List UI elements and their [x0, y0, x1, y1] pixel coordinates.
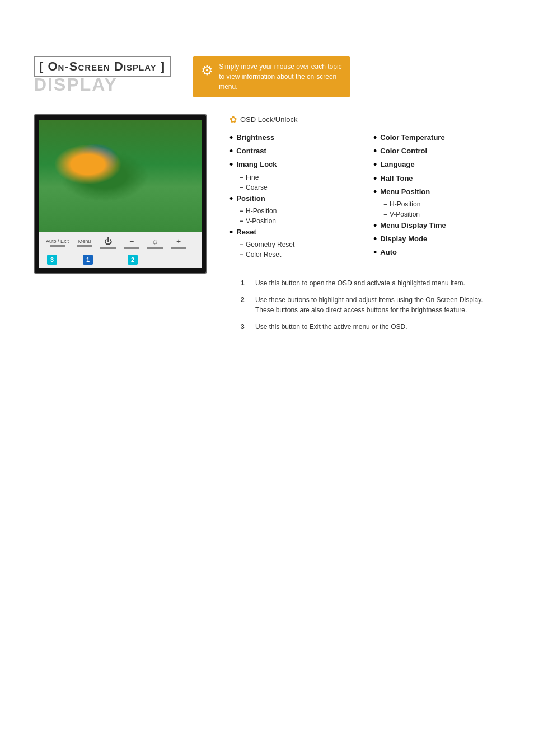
bullet-menu-display-time: •: [373, 220, 377, 231]
menu-label-half-tone: Half Tone: [380, 173, 413, 184]
menu-label-position: Position: [236, 194, 265, 204]
sub-item-color-reset: − Color Reset: [240, 251, 357, 259]
osd-lock-label: OSD Lock/Unlock: [240, 115, 298, 124]
bullet-language: •: [373, 159, 377, 170]
monitor-section: Auto / Exit Menu ⏻ −: [34, 114, 213, 274]
bullet-contrast: •: [229, 146, 233, 156]
sub-label-menu-h-position: H-Position: [390, 200, 420, 208]
btn-menu-label: Menu: [78, 238, 91, 244]
menu-label-reset: Reset: [236, 227, 256, 237]
info-box-text: Simply move your mouse over each topic t…: [219, 62, 342, 92]
sub-label-h-position: H-Position: [246, 207, 277, 215]
menu-label-brightness: Brightness: [236, 133, 274, 143]
bullet-color-temperature: •: [373, 133, 377, 143]
bullet-reset: •: [229, 227, 233, 237]
bullet-display-mode: •: [373, 234, 377, 244]
bullet-auto: •: [373, 247, 377, 257]
menu-columns: • Brightness • Contrast • Imang Lock −: [229, 133, 500, 261]
instruction-num-2: 2: [241, 295, 249, 315]
sub-item-menu-v-position: − V-Position: [383, 210, 500, 218]
bullet-brightness: •: [229, 133, 233, 143]
menu-item-menu-position: • Menu Position: [373, 187, 500, 197]
btn-brightness-group: ☼: [147, 237, 163, 249]
info-box: ⚙ Simply move your mouse over each topic…: [193, 56, 350, 97]
osd-lock-line: ✿ OSD Lock/Unlock: [229, 114, 500, 125]
btn-minus-bar: [124, 247, 139, 249]
menu-label-color-control: Color Control: [380, 146, 427, 156]
instruction-num-1: 1: [241, 278, 249, 288]
sub-label-menu-v-position: V-Position: [390, 210, 420, 218]
btn-brightness-bar: [147, 247, 163, 249]
sub-label-fine: Fine: [246, 173, 259, 181]
osd-section: ✿ OSD Lock/Unlock • Brightness • Contras…: [229, 114, 500, 339]
menu-col-left: • Brightness • Contrast • Imang Lock −: [229, 133, 357, 261]
btn-menu-group: Menu: [77, 238, 92, 247]
btn-auto-exit-bar: [50, 245, 65, 247]
page-title: [ On-Screen Display ]: [34, 56, 171, 77]
menu-item-contrast: • Contrast: [229, 146, 357, 156]
menu-item-menu-display-time: • Menu Display Time: [373, 220, 500, 231]
btn-menu-bar: [77, 245, 92, 247]
badge-1: 1: [83, 255, 93, 265]
instruction-text-3: Use this button to Exit the active menu …: [255, 322, 407, 332]
bullet-imang-lock: •: [229, 159, 233, 170]
instruction-text-1: Use this button to open the OSD and acti…: [255, 278, 465, 288]
sub-label-color-reset: Color Reset: [246, 251, 281, 259]
sub-item-menu-h-position: − H-Position: [383, 200, 500, 208]
sub-label-coarse: Coarse: [246, 184, 268, 191]
dash-coarse: −: [240, 184, 243, 191]
menu-label-imang-lock: Imang Lock: [236, 159, 277, 170]
osd-lock-icon: ✿: [229, 114, 237, 125]
brightness-icon: ☼: [152, 237, 159, 246]
minus-icon: −: [129, 237, 134, 246]
btn-minus-group: −: [124, 237, 139, 249]
badge-3: 3: [47, 255, 57, 265]
sub-item-h-position: − H-Position: [240, 207, 357, 215]
menu-item-brightness: • Brightness: [229, 133, 357, 143]
instruction-text-2: Use these buttons to highlight and adjus…: [255, 295, 490, 315]
btn-plus-bar: [171, 247, 186, 249]
sub-label-v-position: V-Position: [246, 217, 276, 225]
btn-plus-group: +: [171, 237, 186, 249]
menu-label-color-temperature: Color Temperature: [380, 133, 444, 143]
menu-item-display-mode: • Display Mode: [373, 234, 500, 244]
menu-item-imang-lock: • Imang Lock: [229, 159, 357, 170]
plus-icon: +: [176, 237, 181, 246]
instruction-item-3: 3 Use this button to Exit the active men…: [241, 322, 500, 332]
monitor-buttons-bar: Auto / Exit Menu ⏻ −: [39, 232, 202, 252]
dash-menu-v-position: −: [383, 210, 387, 218]
menu-item-position: • Position: [229, 194, 357, 204]
sub-item-geometry-reset: − Geometry Reset: [240, 241, 357, 248]
menu-item-reset: • Reset: [229, 227, 357, 237]
sub-item-fine: − Fine: [240, 173, 357, 181]
menu-item-language: • Language: [373, 159, 500, 170]
dash-menu-h-position: −: [383, 200, 387, 208]
dash-h-position: −: [240, 207, 243, 215]
bullet-menu-position: •: [373, 187, 377, 197]
power-icon: ⏻: [104, 237, 112, 246]
menu-label-menu-position: Menu Position: [380, 187, 430, 197]
menu-label-contrast: Contrast: [236, 146, 266, 156]
monitor-display: Auto / Exit Menu ⏻ −: [34, 114, 207, 274]
monitor-screen: [39, 120, 202, 232]
btn-auto-exit-label: Auto / Exit: [46, 238, 69, 244]
bullet-half-tone: •: [373, 173, 377, 184]
dash-geometry-reset: −: [240, 241, 243, 248]
sub-item-coarse: − Coarse: [240, 184, 357, 191]
instruction-num-3: 3: [241, 322, 249, 332]
menu-label-language: Language: [380, 159, 414, 170]
menu-item-half-tone: • Half Tone: [373, 173, 500, 184]
instruction-item-1: 1 Use this button to open the OSD and ac…: [241, 278, 500, 288]
btn-auto-exit-group: Auto / Exit: [46, 238, 69, 247]
dash-v-position: −: [240, 217, 243, 225]
menu-label-auto: Auto: [380, 247, 397, 257]
menu-item-color-control: • Color Control: [373, 146, 500, 156]
info-icon: ⚙: [201, 60, 213, 81]
menu-item-auto: • Auto: [373, 247, 500, 257]
bullet-position: •: [229, 194, 233, 204]
bullet-color-control: •: [373, 146, 377, 156]
instructions-section: 1 Use this button to open the OSD and ac…: [229, 278, 500, 332]
sub-item-v-position: − V-Position: [240, 217, 357, 225]
sub-label-geometry-reset: Geometry Reset: [246, 241, 294, 248]
btn-power-bar: [100, 247, 116, 249]
